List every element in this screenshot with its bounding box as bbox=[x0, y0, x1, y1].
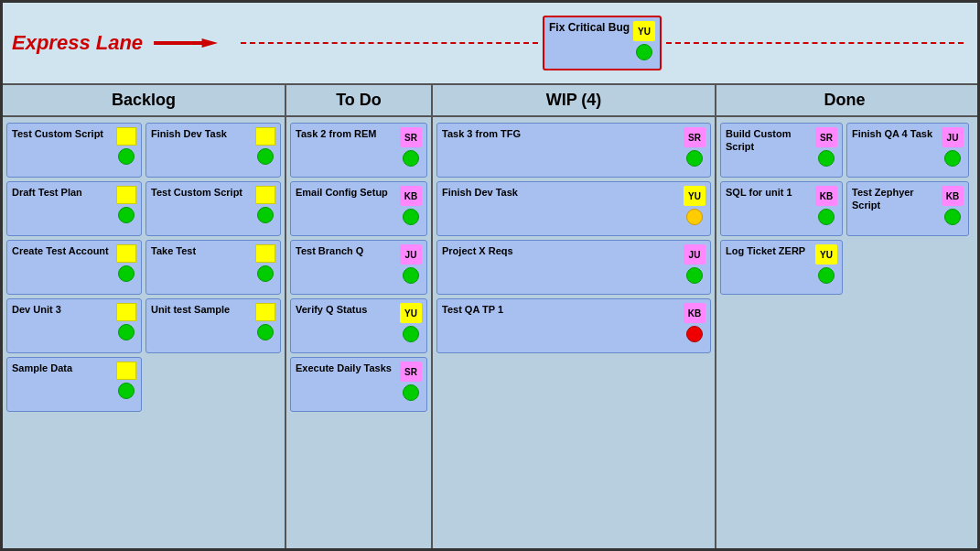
card-status-dot bbox=[403, 267, 419, 284]
task-card[interactable]: Take Test bbox=[145, 240, 281, 295]
card-status-dot bbox=[257, 265, 274, 282]
columns-header: Backlog To Do WIP (4) Done bbox=[3, 85, 977, 117]
card-text: Log Ticket ZERP bbox=[726, 244, 812, 257]
card-text: Task 3 from TFG bbox=[442, 127, 680, 140]
task-card[interactable]: Execute Daily TasksSR bbox=[290, 357, 427, 412]
card-status-dot bbox=[257, 207, 274, 223]
task-card[interactable]: Verify Q StatusYU bbox=[290, 298, 427, 353]
task-card[interactable]: Sample Data bbox=[6, 357, 142, 412]
todo-header: To Do bbox=[286, 85, 433, 115]
card-text: Build Custom Script bbox=[726, 127, 812, 154]
backlog-left: Test Custom ScriptDraft Test PlanCreate … bbox=[6, 123, 142, 543]
backlog-header: Backlog bbox=[3, 85, 286, 115]
express-line-left bbox=[241, 42, 538, 44]
card-right: JU bbox=[684, 244, 705, 284]
card-yellow-indicator bbox=[116, 127, 136, 146]
card-badge: KB bbox=[815, 186, 837, 206]
card-text: Create Test Account bbox=[12, 244, 113, 257]
done-header: Done bbox=[716, 85, 973, 115]
task-card[interactable]: Unit test Sample bbox=[145, 298, 281, 353]
task-card[interactable]: Email Config SetupKB bbox=[290, 181, 427, 236]
express-lane: Express Lane Fix Critical Bug YU bbox=[3, 3, 977, 85]
card-badge: JU bbox=[684, 244, 705, 265]
card-status-dot bbox=[403, 326, 419, 342]
card-right: KB bbox=[942, 186, 964, 225]
card-text: Test Branch Q bbox=[296, 244, 396, 257]
card-right: JU bbox=[942, 127, 964, 167]
task-card[interactable]: Task 3 from TFGSR bbox=[436, 123, 711, 178]
card-text: Finish QA 4 Task bbox=[852, 127, 938, 140]
card-status-dot bbox=[403, 209, 419, 225]
card-text: Test Zephyer Script bbox=[852, 186, 938, 212]
card-status-dot bbox=[686, 267, 703, 284]
card-status-dot bbox=[118, 207, 135, 223]
task-card[interactable]: SQL for unit 1KB bbox=[720, 181, 843, 236]
card-right: SR bbox=[684, 127, 705, 167]
card-right: KB bbox=[815, 186, 837, 225]
card-status-dot bbox=[818, 150, 835, 167]
card-right bbox=[255, 127, 275, 165]
task-card[interactable]: Dev Unit 3 bbox=[6, 298, 142, 353]
card-status-dot bbox=[118, 265, 135, 282]
card-status-dot bbox=[818, 267, 835, 284]
card-status-dot bbox=[403, 384, 419, 401]
backlog-right: Finish Dev TaskTest Custom ScriptTake Te… bbox=[145, 123, 281, 543]
card-right: YU bbox=[400, 303, 422, 342]
card-badge: YU bbox=[815, 244, 837, 265]
done-left: Build Custom ScriptSRSQL for unit 1KBLog… bbox=[720, 123, 843, 543]
task-card[interactable]: Test Custom Script bbox=[6, 123, 142, 178]
card-badge: JU bbox=[942, 127, 964, 147]
express-card[interactable]: Fix Critical Bug YU bbox=[543, 16, 662, 70]
task-card[interactable]: Finish Dev TaskYU bbox=[436, 181, 711, 236]
task-card[interactable]: Finish QA 4 TaskJU bbox=[846, 123, 969, 178]
card-right bbox=[116, 362, 136, 399]
express-lane-label: Express Lane bbox=[12, 31, 143, 55]
wip-header: WIP (4) bbox=[433, 85, 716, 115]
card-text: Finish Dev Task bbox=[151, 127, 252, 140]
card-right bbox=[116, 127, 136, 165]
card-text: Execute Daily Tasks bbox=[296, 362, 396, 374]
card-status-dot bbox=[686, 326, 703, 342]
card-badge: KB bbox=[684, 303, 705, 323]
wip-column: Task 3 from TFGSRFinish Dev TaskYUProjec… bbox=[433, 117, 716, 548]
backlog-column: Test Custom ScriptDraft Test PlanCreate … bbox=[3, 117, 286, 548]
task-card[interactable]: Test Branch QJU bbox=[290, 240, 427, 295]
card-text: Sample Data bbox=[12, 362, 113, 374]
card-right: SR bbox=[815, 127, 837, 167]
card-status-dot bbox=[118, 324, 135, 340]
card-badge: KB bbox=[942, 186, 964, 206]
task-card[interactable]: Test QA TP 1KB bbox=[436, 298, 711, 353]
card-text: Verify Q Status bbox=[296, 303, 396, 316]
task-card[interactable]: Test Custom Script bbox=[145, 181, 281, 236]
express-line-right bbox=[666, 42, 964, 44]
card-text: Email Config Setup bbox=[296, 186, 396, 199]
task-card[interactable]: Create Test Account bbox=[6, 240, 142, 295]
task-card[interactable]: Log Ticket ZERPYU bbox=[720, 240, 843, 295]
card-text: Test Custom Script bbox=[12, 127, 113, 140]
card-yellow-indicator bbox=[116, 362, 136, 380]
task-card[interactable]: Test Zephyer ScriptKB bbox=[846, 181, 969, 236]
card-right: SR bbox=[400, 127, 422, 167]
card-status-dot bbox=[118, 383, 135, 399]
card-status-dot bbox=[118, 148, 135, 165]
task-card[interactable]: Finish Dev Task bbox=[145, 123, 281, 178]
card-right bbox=[116, 303, 136, 340]
card-text: Draft Test Plan bbox=[12, 186, 113, 199]
card-badge: JU bbox=[400, 244, 422, 265]
card-text: Finish Dev Task bbox=[442, 186, 680, 199]
card-right bbox=[116, 244, 136, 282]
card-yellow-indicator bbox=[116, 244, 136, 263]
card-yellow-indicator bbox=[255, 127, 275, 146]
card-text: Dev Unit 3 bbox=[12, 303, 113, 316]
task-card[interactable]: Build Custom ScriptSR bbox=[720, 123, 843, 178]
card-text: Test Custom Script bbox=[151, 186, 252, 199]
card-text: Take Test bbox=[151, 244, 252, 257]
card-right: YU bbox=[815, 244, 837, 284]
card-status-dot bbox=[257, 324, 274, 340]
task-card[interactable]: Draft Test Plan bbox=[6, 181, 142, 236]
card-text: Project X Reqs bbox=[442, 244, 680, 257]
task-card[interactable]: Project X ReqsJU bbox=[436, 240, 711, 295]
card-yellow-indicator bbox=[255, 303, 275, 321]
task-card[interactable]: Task 2 from REMSR bbox=[290, 123, 427, 178]
card-badge: SR bbox=[815, 127, 837, 147]
